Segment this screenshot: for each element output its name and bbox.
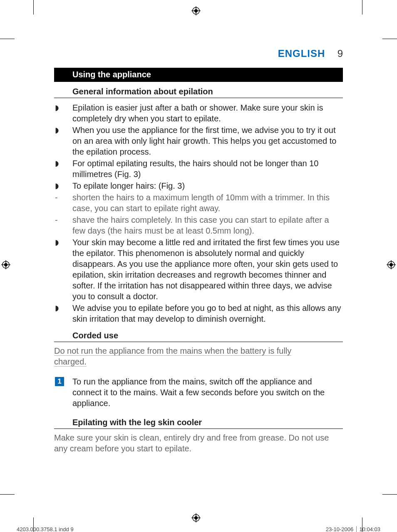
subheading-corded-use: Corded use xyxy=(54,328,343,342)
registration-mark-icon xyxy=(191,6,201,15)
bullet-icon: ◗ xyxy=(55,181,59,191)
list-item: ◗Your skin may become a little red and i… xyxy=(54,237,343,302)
page-header: ENGLISH 9 xyxy=(54,48,343,59)
list-item: ◗Epilation is easier just after a bath o… xyxy=(54,102,343,124)
dash-icon: - xyxy=(55,214,58,225)
corded-warning: Do not run the appliance from the mains … xyxy=(54,345,343,367)
list-item: ◗To epilate longer hairs: (Fig. 3) xyxy=(54,180,343,191)
bullet-icon: ◗ xyxy=(55,303,59,313)
list-item: -shorten the hairs to a maximum length o… xyxy=(54,192,343,214)
step-text: To run the appliance from the mains, swi… xyxy=(72,377,325,408)
bullet-icon: ◗ xyxy=(55,159,59,168)
list-item: -shave the hairs completely. In this cas… xyxy=(54,214,343,236)
bullet-icon: ◗ xyxy=(55,126,59,135)
footer-datetime: 23-10-2006 10:04:03 xyxy=(326,526,380,532)
step-number-box: 1 xyxy=(55,377,64,386)
leg-cooler-paragraph: Make sure your skin is clean, entirely d… xyxy=(54,432,343,454)
footer-file-id: 4203.000.3758.1 indd 9 xyxy=(17,526,74,532)
page-number: 9 xyxy=(328,48,343,59)
list-item: ◗When you use the appliance for the firs… xyxy=(54,125,343,157)
bullet-icon: ◗ xyxy=(55,238,59,247)
subheading-general-info: General information about epilation xyxy=(54,84,343,98)
language-label: ENGLISH xyxy=(278,48,325,59)
bullet-list: ◗Epilation is easier just after a bath o… xyxy=(54,102,343,324)
bullet-icon: ◗ xyxy=(55,103,59,113)
subheading-leg-cooler: Epilating with the leg skin cooler xyxy=(54,414,343,429)
page-content: ENGLISH 9 Using the appliance General in… xyxy=(54,48,343,454)
dash-icon: - xyxy=(55,192,58,203)
registration-mark-icon xyxy=(1,260,10,269)
list-item: ◗We advise you to epilate before you go … xyxy=(54,303,343,324)
numbered-step: 1 To run the appliance from the mains, s… xyxy=(54,376,343,409)
registration-mark-icon xyxy=(191,513,201,522)
list-item: ◗For optimal epilating results, the hair… xyxy=(54,158,343,180)
registration-mark-icon xyxy=(387,260,396,269)
section-heading-using: Using the appliance xyxy=(54,68,343,82)
